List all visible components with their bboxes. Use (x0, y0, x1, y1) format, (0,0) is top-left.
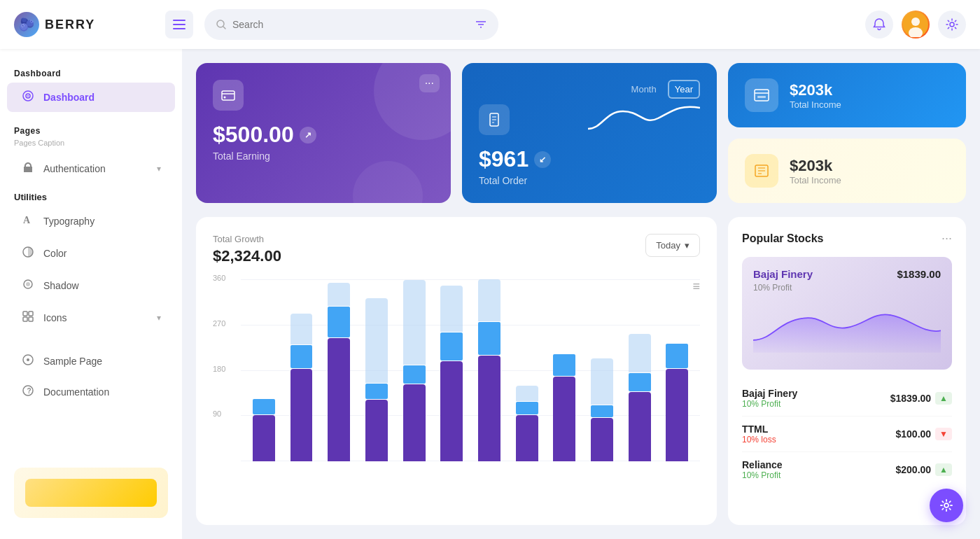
bar-group-6 (473, 279, 505, 461)
avatar[interactable] (902, 10, 930, 38)
bajaj-trend-up-icon: ▲ (935, 392, 952, 405)
bar-light-7 (516, 386, 538, 401)
sidebar-item-documentation-label: Documentation (43, 386, 109, 398)
card-total-order: Month Year (462, 63, 717, 203)
bar-blue-10 (629, 373, 651, 391)
order-header: Month Year (479, 80, 700, 99)
chart-body: ≡ 360 270 180 90 (213, 279, 700, 475)
small-card-income1: $203k Total Income (728, 63, 966, 127)
period-month-button[interactable]: Month (626, 81, 662, 97)
search-bar (204, 9, 498, 40)
search-icon (216, 19, 227, 30)
sidebar-item-icons[interactable]: Icons ▾ (7, 303, 175, 332)
svg-text:?: ? (27, 387, 31, 395)
period-year-button[interactable]: Year (668, 80, 700, 99)
bar-purple-9 (591, 418, 613, 461)
earning-more-button[interactable]: ··· (419, 74, 440, 92)
bars-container (248, 279, 693, 461)
ttml-info: TTML 10% loss (742, 424, 776, 444)
featured-stock-name: Bajaj Finery (753, 268, 813, 280)
sidebar-item-color[interactable]: Color (7, 239, 175, 268)
bar-purple-11 (666, 369, 688, 461)
filter-icon[interactable] (475, 19, 487, 30)
today-button[interactable]: Today ▾ (645, 234, 700, 257)
icons-icon (21, 310, 35, 326)
reliance-name: Reliance (742, 459, 783, 470)
header-right (865, 10, 966, 38)
bajaj-name: Bajaj Finery (742, 388, 797, 399)
featured-stock-price: $1839.00 (897, 268, 941, 280)
settings-header-button[interactable] (938, 10, 966, 38)
svg-rect-27 (222, 91, 234, 100)
search-input[interactable] (232, 19, 469, 30)
color-icon (21, 246, 35, 261)
logo-area: 🫐 BERRY (14, 12, 154, 37)
bar-group-11 (661, 279, 693, 461)
svg-rect-20 (29, 312, 33, 316)
sidebar-item-icons-label: Icons (43, 312, 66, 323)
sidebar-item-shadow[interactable]: Shadow (7, 271, 175, 300)
bar-group-0 (248, 279, 280, 461)
svg-rect-21 (23, 317, 27, 321)
sidebar-item-dashboard[interactable]: Dashboard (7, 83, 175, 112)
stock-item-ttml: TTML 10% loss $100.00 ▼ (742, 416, 952, 452)
bar-purple-5 (440, 361, 463, 461)
bar-blue-11 (666, 344, 688, 368)
svg-rect-35 (757, 96, 766, 98)
svg-text:A: A (23, 215, 31, 225)
sample-page-icon (21, 354, 35, 369)
bar-blue-1 (290, 345, 313, 368)
income2-icon (745, 154, 778, 188)
bar-blue-2 (328, 307, 350, 337)
sidebar-item-authentication[interactable]: Authentication ▾ (7, 154, 175, 183)
bar-purple-6 (478, 356, 500, 461)
bar-purple-2 (328, 338, 350, 461)
header: 🫐 BERRY (0, 0, 980, 49)
bar-group-8 (548, 279, 580, 461)
sidebar-item-shadow-label: Shadow (43, 280, 79, 291)
bar-blue-5 (440, 332, 463, 360)
bar-purple-1 (290, 369, 313, 461)
bar-group-5 (435, 279, 468, 461)
stocks-more-button[interactable]: ··· (941, 231, 952, 246)
stock-list: Bajaj Finery 10% Profit $1839.00 ▲ TTML … (742, 381, 952, 487)
sidebar-promo (14, 468, 168, 518)
chart-amount: $2,324.00 (213, 247, 281, 265)
sidebar: Dashboard Dashboard Pages Pages Caption … (0, 49, 182, 539)
shadow-icon (21, 278, 35, 293)
auth-chevron-icon: ▾ (157, 164, 161, 174)
utilities-section-label: Utilities (0, 185, 182, 205)
stocks-title: Popular Stocks (742, 232, 823, 245)
order-mini-chart (588, 97, 700, 142)
sidebar-item-typography[interactable]: A Typography (7, 206, 175, 236)
bar-light-1 (290, 314, 313, 344)
bar-blue-4 (403, 365, 426, 384)
svg-rect-22 (29, 317, 33, 321)
svg-rect-1 (173, 24, 186, 25)
earning-label: Total Earning (213, 150, 434, 162)
bar-blue-0 (253, 399, 275, 414)
bar-light-10 (629, 334, 651, 372)
logo-text: BERRY (45, 18, 95, 32)
today-label: Today (656, 240, 680, 251)
notification-button[interactable] (865, 10, 893, 38)
icons-chevron-icon: ▾ (157, 313, 161, 323)
income2-label: Total Income (790, 175, 841, 186)
stock-item-bajaj: Bajaj Finery 10% Profit $1839.00 ▲ (742, 381, 952, 416)
sidebar-item-documentation[interactable]: ? Documentation (7, 377, 175, 407)
floating-settings-button[interactable] (930, 489, 963, 522)
sidebar-item-sample-page[interactable]: Sample Page (7, 346, 175, 376)
chart-header: Total Growth $2,324.00 Today ▾ (213, 234, 700, 265)
order-icon (479, 104, 510, 135)
bar-group-3 (360, 279, 393, 461)
sidebar-item-color-label: Color (43, 248, 66, 259)
pages-section-label: Pages (0, 120, 182, 139)
svg-rect-0 (173, 20, 186, 21)
sidebar-item-dashboard-label: Dashboard (43, 92, 94, 103)
ttml-price: $100.00 (896, 428, 932, 440)
hamburger-button[interactable] (165, 10, 193, 38)
svg-point-24 (27, 358, 29, 361)
featured-stock-top: Bajaj Finery $1839.00 (753, 268, 941, 280)
sidebar-item-typography-label: Typography (43, 216, 94, 227)
bar-group-10 (624, 279, 656, 461)
